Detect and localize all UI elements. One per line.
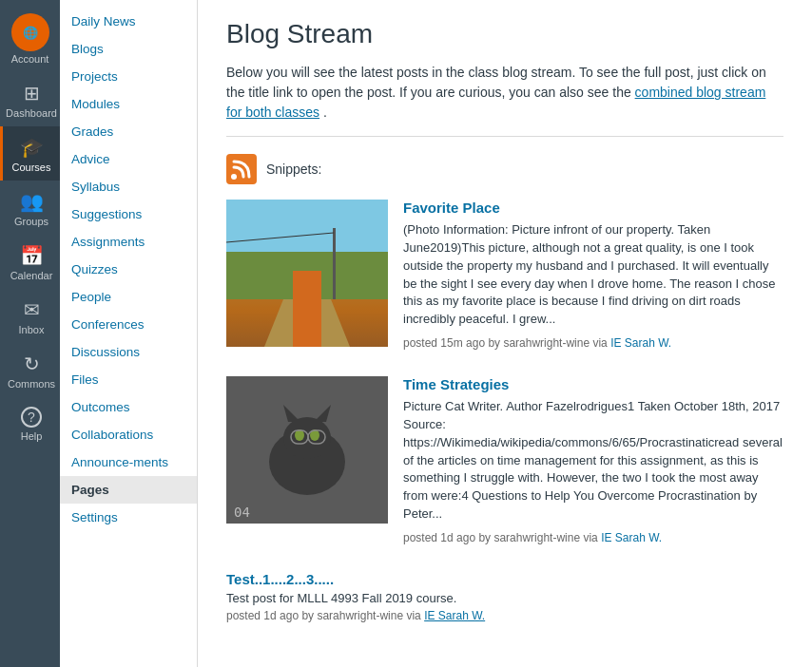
post-body-2: Picture Cat Writer. Author Fazelrodrigue… bbox=[403, 398, 783, 524]
post-image-2: 04 bbox=[226, 376, 388, 524]
cat-image: 04 bbox=[226, 376, 388, 524]
sidebar-link-quizzes[interactable]: Quizzes bbox=[60, 256, 197, 283]
sidebar-link-assignments[interactable]: Assignments bbox=[60, 228, 197, 256]
standalone-post: Test..1....2...3..... Test post for MLLL… bbox=[226, 571, 783, 622]
sidebar-link-modules[interactable]: Modules bbox=[60, 90, 197, 118]
sidebar-link-files[interactable]: Files bbox=[60, 366, 197, 393]
sidebar-link-syllabus[interactable]: Syllabus bbox=[60, 173, 197, 200]
account-label: Account bbox=[11, 53, 49, 65]
sidebar-link-daily-news[interactable]: Daily News bbox=[60, 8, 197, 35]
groups-label: Groups bbox=[14, 216, 48, 227]
sidebar-link-discussions[interactable]: Discussions bbox=[60, 338, 197, 366]
post-meta-2: posted 1d ago by sarahwright-wine via IE… bbox=[403, 531, 783, 544]
svg-point-1 bbox=[231, 174, 237, 180]
sidebar-link-conferences[interactable]: Conferences bbox=[60, 311, 197, 338]
post-body-1: (Photo Information: Picture infront of o… bbox=[403, 221, 783, 329]
svg-rect-6 bbox=[333, 228, 336, 299]
post-title-1[interactable]: Favorite Place bbox=[403, 200, 783, 216]
svg-rect-5 bbox=[226, 299, 388, 347]
standalone-post-title[interactable]: Test..1....2...3..... bbox=[226, 571, 783, 587]
help-icon: ? bbox=[21, 407, 42, 428]
sidebar-link-pages[interactable]: Pages bbox=[60, 476, 197, 504]
sidebar-link-projects[interactable]: Projects bbox=[60, 63, 197, 90]
intro-paragraph: Below you will see the latest posts in t… bbox=[226, 63, 783, 123]
svg-rect-3 bbox=[226, 252, 388, 299]
courses-label: Courses bbox=[12, 162, 51, 173]
blog-post-2: 04 Time Strategies Picture Cat Writer. A… bbox=[226, 376, 783, 544]
inbox-label: Inbox bbox=[19, 324, 45, 335]
snippets-label: Snippets: bbox=[266, 162, 321, 177]
standalone-author-link[interactable]: IE Sarah W. bbox=[424, 609, 485, 622]
sidebar-link-advice[interactable]: Advice bbox=[60, 145, 197, 173]
commons-label: Commons bbox=[8, 378, 55, 390]
standalone-post-body: Test post for MLLL 4993 Fall 2019 course… bbox=[226, 591, 783, 605]
page-title: Blog Stream bbox=[226, 19, 783, 49]
sidebar-item-groups[interactable]: 👥 Groups bbox=[0, 181, 60, 235]
calendar-icon: 📅 bbox=[20, 244, 44, 267]
sidebar-link-grades[interactable]: Grades bbox=[60, 118, 197, 145]
sidebar-link-suggestions[interactable]: Suggestions bbox=[60, 200, 197, 228]
svg-rect-2 bbox=[226, 200, 388, 252]
inbox-icon: ✉ bbox=[24, 298, 40, 321]
main-content: Blog Stream Below you will see the lates… bbox=[198, 0, 812, 667]
sidebar-link-people[interactable]: People bbox=[60, 283, 197, 311]
sidebar-item-calendar[interactable]: 📅 Calendar bbox=[0, 235, 60, 289]
post-content-2: Time Strategies Picture Cat Writer. Auth… bbox=[403, 376, 783, 544]
course-sidebar: Daily News Blogs Projects Modules Grades… bbox=[60, 0, 198, 667]
sidebar-link-blogs[interactable]: Blogs bbox=[60, 35, 197, 63]
road-image bbox=[226, 200, 388, 347]
sidebar-link-announcements[interactable]: Announce-ments bbox=[60, 448, 197, 476]
account-item[interactable]: 🌐 Account bbox=[0, 0, 60, 72]
help-label: Help bbox=[21, 430, 43, 442]
post-meta-1: posted 15m ago by sarahwright-wine via I… bbox=[403, 336, 783, 350]
sidebar-link-settings[interactable]: Settings bbox=[60, 504, 197, 531]
sidebar-item-courses[interactable]: 🎓 Courses bbox=[0, 126, 60, 181]
standalone-post-meta: posted 1d ago by sarahwright-wine via IE… bbox=[226, 609, 783, 622]
sidebar-item-commons[interactable]: ↻ Commons bbox=[0, 343, 60, 397]
content-divider bbox=[226, 136, 783, 137]
rss-header: Snippets: bbox=[226, 154, 783, 184]
dashboard-icon: ⊞ bbox=[24, 82, 40, 105]
account-avatar-icon: 🌐 bbox=[23, 26, 38, 40]
svg-text:04: 04 bbox=[234, 505, 250, 520]
post-author-link-1[interactable]: IE Sarah W. bbox=[610, 336, 671, 350]
sidebar-item-help[interactable]: ? Help bbox=[0, 397, 60, 449]
rss-icon bbox=[226, 154, 257, 184]
sidebar-link-outcomes[interactable]: Outcomes bbox=[60, 393, 197, 421]
dashboard-label: Dashboard bbox=[6, 107, 57, 119]
left-rail: 🌐 Account ⊞ Dashboard 🎓 Courses 👥 Groups… bbox=[0, 0, 60, 667]
blog-post-1: Favorite Place (Photo Information: Pictu… bbox=[226, 200, 783, 350]
courses-icon: 🎓 bbox=[20, 136, 44, 159]
post-content-1: Favorite Place (Photo Information: Pictu… bbox=[403, 200, 783, 350]
post-author-link-2[interactable]: IE Sarah W. bbox=[601, 531, 662, 544]
post-title-2[interactable]: Time Strategies bbox=[403, 376, 783, 392]
groups-icon: 👥 bbox=[20, 190, 44, 213]
calendar-label: Calendar bbox=[10, 270, 53, 281]
post-image-1 bbox=[226, 200, 388, 347]
sidebar-link-collaborations[interactable]: Collaborations bbox=[60, 421, 197, 448]
sidebar-item-dashboard[interactable]: ⊞ Dashboard bbox=[0, 72, 60, 126]
commons-icon: ↻ bbox=[24, 353, 40, 375]
sidebar-item-inbox[interactable]: ✉ Inbox bbox=[0, 289, 60, 343]
